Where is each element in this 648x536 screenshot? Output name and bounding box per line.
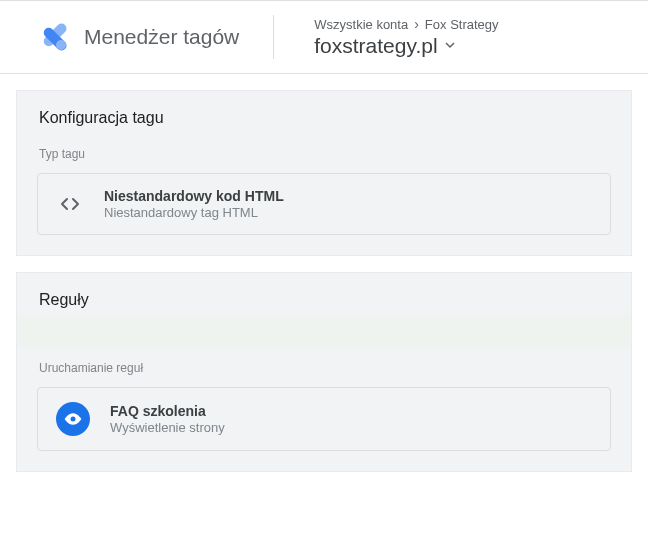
tag-config-panel: Konfiguracja tagu Typ tagu Niestandardow…: [16, 90, 632, 256]
triggers-title: Reguły: [17, 273, 631, 315]
tag-type-label: Typ tagu: [17, 133, 631, 169]
chevron-right-icon: ›: [414, 16, 419, 32]
vertical-divider: [273, 15, 274, 59]
trigger-text: FAQ szkolenia Wyświetlenie strony: [110, 403, 225, 435]
tag-config-title: Konfiguracja tagu: [17, 91, 631, 133]
tag-type-title: Niestandardowy kod HTML: [104, 188, 284, 204]
svg-point-2: [56, 40, 66, 50]
container-selector-row: foxstrategy.pl: [314, 34, 498, 58]
breadcrumb-level1: Wszystkie konta: [314, 17, 408, 32]
app-title: Menedżer tagów: [84, 25, 239, 49]
tag-type-subtitle: Niestandardowy tag HTML: [104, 205, 284, 220]
svg-point-3: [71, 417, 76, 422]
account-selector[interactable]: Wszystkie konta › Fox Strategy foxstrate…: [314, 16, 498, 58]
container-name: foxstrategy.pl: [314, 34, 437, 58]
dropdown-arrow-icon: [444, 37, 456, 55]
tag-type-text: Niestandardowy kod HTML Niestandardowy t…: [104, 188, 284, 220]
triggers-band: [17, 315, 631, 347]
gtm-logo-icon: [36, 20, 70, 54]
breadcrumb-level2: Fox Strategy: [425, 17, 499, 32]
logo-section: Menedżer tagów: [36, 20, 239, 54]
trigger-subtitle: Wyświetlenie strony: [110, 420, 225, 435]
code-icon: [56, 190, 84, 218]
trigger-title: FAQ szkolenia: [110, 403, 225, 419]
pageview-icon: [56, 402, 90, 436]
tag-type-card[interactable]: Niestandardowy kod HTML Niestandardowy t…: [37, 173, 611, 235]
breadcrumb: Wszystkie konta › Fox Strategy: [314, 16, 498, 32]
triggers-panel: Reguły Uruchamianie reguł FAQ szkolenia …: [16, 272, 632, 472]
app-header: Menedżer tagów Wszystkie konta › Fox Str…: [0, 0, 648, 74]
trigger-card[interactable]: FAQ szkolenia Wyświetlenie strony: [37, 387, 611, 451]
firing-triggers-label: Uruchamianie reguł: [17, 347, 631, 383]
